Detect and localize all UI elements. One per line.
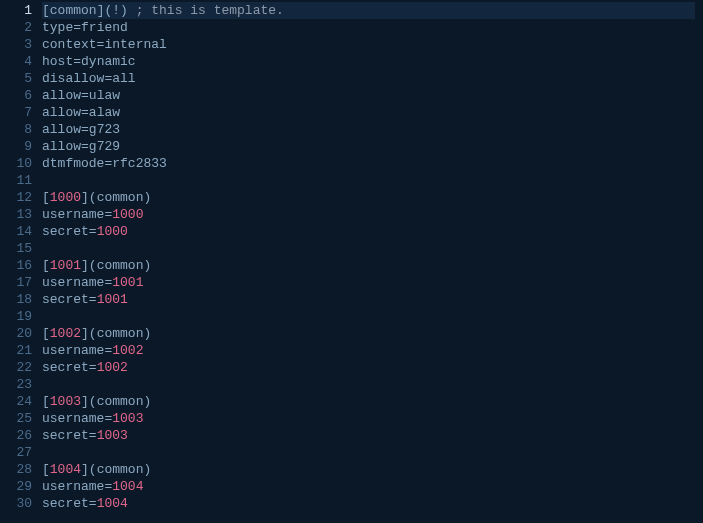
- code-line[interactable]: username=1004: [42, 478, 703, 495]
- token: =: [89, 360, 97, 375]
- code-line[interactable]: allow=g729: [42, 138, 703, 155]
- token: host: [42, 54, 73, 69]
- code-line[interactable]: username=1001: [42, 274, 703, 291]
- token: ](: [81, 326, 97, 341]
- token: 1003: [97, 428, 128, 443]
- code-line[interactable]: secret=1000: [42, 223, 703, 240]
- code-line[interactable]: allow=g723: [42, 121, 703, 138]
- code-line[interactable]: username=1003: [42, 410, 703, 427]
- token: alaw: [89, 105, 120, 120]
- token: ): [120, 3, 136, 18]
- line-number: 9: [0, 138, 32, 155]
- token: 1002: [50, 326, 81, 341]
- token: 1004: [97, 496, 128, 511]
- token: ): [143, 462, 151, 477]
- line-number: 27: [0, 444, 32, 461]
- line-number: 24: [0, 393, 32, 410]
- line-number: 29: [0, 478, 32, 495]
- line-number: 7: [0, 104, 32, 121]
- token: allow: [42, 88, 81, 103]
- code-line[interactable]: type=friend: [42, 19, 703, 36]
- token: context: [42, 37, 97, 52]
- line-number: 20: [0, 325, 32, 342]
- line-number: 10: [0, 155, 32, 172]
- code-line[interactable]: [1002](common): [42, 325, 703, 342]
- code-line[interactable]: [common](!) ; this is template.: [42, 2, 695, 19]
- token: =: [89, 292, 97, 307]
- token: [: [42, 462, 50, 477]
- line-number-gutter: 1234567891011121314151617181920212223242…: [0, 2, 42, 523]
- line-number: 1: [0, 2, 32, 19]
- token: g729: [89, 139, 120, 154]
- code-line[interactable]: username=1002: [42, 342, 703, 359]
- code-line[interactable]: [1004](common): [42, 461, 703, 478]
- code-line[interactable]: context=internal: [42, 36, 703, 53]
- token: common: [97, 462, 144, 477]
- token: secret: [42, 224, 89, 239]
- token: ; this is template.: [136, 3, 284, 18]
- token: common: [97, 258, 144, 273]
- token: allow: [42, 122, 81, 137]
- token: common: [97, 326, 144, 341]
- token: ): [143, 394, 151, 409]
- line-number: 3: [0, 36, 32, 53]
- token: secret: [42, 428, 89, 443]
- code-line[interactable]: secret=1003: [42, 427, 703, 444]
- token: 1000: [112, 207, 143, 222]
- code-line[interactable]: secret=1004: [42, 495, 703, 512]
- token: ](: [81, 258, 97, 273]
- code-editor[interactable]: 1234567891011121314151617181920212223242…: [0, 0, 703, 523]
- code-line[interactable]: host=dynamic: [42, 53, 703, 70]
- token: 1003: [50, 394, 81, 409]
- line-number: 6: [0, 87, 32, 104]
- code-line[interactable]: allow=ulaw: [42, 87, 703, 104]
- code-line[interactable]: [42, 172, 703, 189]
- code-line[interactable]: [1001](common): [42, 257, 703, 274]
- code-line[interactable]: disallow=all: [42, 70, 703, 87]
- code-line[interactable]: [1000](common): [42, 189, 703, 206]
- code-line[interactable]: [42, 376, 703, 393]
- code-line[interactable]: secret=1002: [42, 359, 703, 376]
- line-number: 2: [0, 19, 32, 36]
- token: [: [42, 326, 50, 341]
- token: allow: [42, 105, 81, 120]
- code-line[interactable]: [42, 308, 703, 325]
- code-line[interactable]: [42, 444, 703, 461]
- token: g723: [89, 122, 120, 137]
- token: =: [81, 122, 89, 137]
- token: ulaw: [89, 88, 120, 103]
- token: secret: [42, 496, 89, 511]
- token: [: [42, 258, 50, 273]
- token: =: [73, 20, 81, 35]
- token: dtmfmode: [42, 156, 104, 171]
- token: ](: [81, 462, 97, 477]
- token: rfc2833: [112, 156, 167, 171]
- token: 1000: [97, 224, 128, 239]
- token: username: [42, 411, 104, 426]
- token: ](: [81, 394, 97, 409]
- token: type: [42, 20, 73, 35]
- line-number: 15: [0, 240, 32, 257]
- token: !: [112, 3, 120, 18]
- code-line[interactable]: [42, 240, 703, 257]
- token: 1003: [112, 411, 143, 426]
- code-line[interactable]: [1003](common): [42, 393, 703, 410]
- code-line[interactable]: allow=alaw: [42, 104, 703, 121]
- code-area[interactable]: [common](!) ; this is template.type=frie…: [42, 2, 703, 523]
- code-line[interactable]: dtmfmode=rfc2833: [42, 155, 703, 172]
- code-line[interactable]: username=1000: [42, 206, 703, 223]
- token: friend: [81, 20, 128, 35]
- token: allow: [42, 139, 81, 154]
- token: secret: [42, 292, 89, 307]
- line-number: 22: [0, 359, 32, 376]
- token: [: [42, 394, 50, 409]
- token: [: [42, 190, 50, 205]
- token: ](: [97, 3, 113, 18]
- line-number: 14: [0, 223, 32, 240]
- token: disallow: [42, 71, 104, 86]
- token: =: [89, 428, 97, 443]
- token: common: [97, 394, 144, 409]
- token: [: [42, 3, 50, 18]
- line-number: 5: [0, 70, 32, 87]
- code-line[interactable]: secret=1001: [42, 291, 703, 308]
